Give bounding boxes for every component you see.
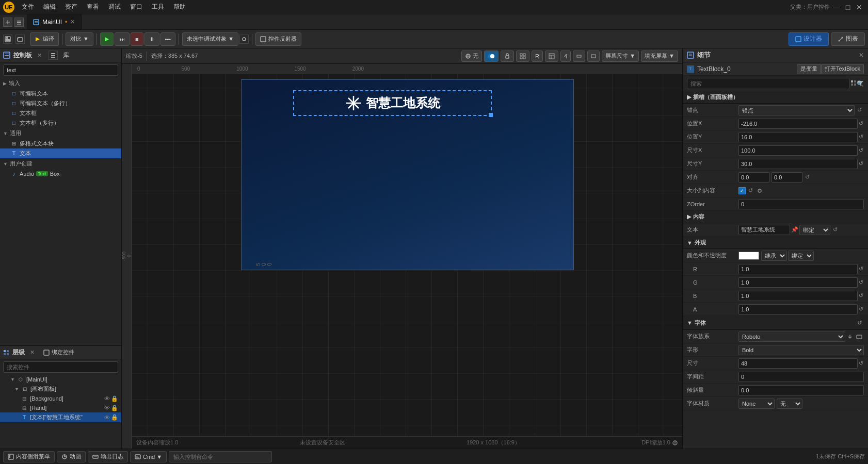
bind-widget-button[interactable]: 绑定控件 [43,349,74,356]
lib-tab-label[interactable]: 库 [63,51,69,60]
screen-size-button[interactable]: 屏幕尺寸 ▼ [602,51,639,62]
posY-input[interactable] [738,132,858,142]
menu-debug[interactable]: 调试 [104,2,125,12]
posX-input[interactable] [738,119,858,129]
item-text[interactable]: T 文本 [0,148,121,158]
font-size-reset[interactable]: ↺ [858,359,864,368]
text-bind-select[interactable]: 绑定 [799,225,830,235]
anchor-reset[interactable]: ↺ [855,106,864,115]
hierarchy-background[interactable]: ⊟ [Background] 👁 🔒 [0,394,121,403]
details-view-toggle[interactable] [850,80,857,88]
fill-screen-button[interactable]: 填充屏幕 ▼ [641,51,678,62]
item-rich-text[interactable]: ⊞ 多格式文本块 [0,139,121,148]
color-bind-select[interactable]: 绑定 [788,251,814,261]
section-user[interactable]: ▼ 用户创建 [0,158,121,169]
text-content-input[interactable] [738,225,790,235]
sizeX-input[interactable] [738,145,858,156]
is-variable-button[interactable]: 是变量 [797,64,821,74]
font-reset[interactable]: ↺ [855,318,864,327]
compare-button[interactable]: 对比 ▼ [66,32,93,46]
toggle-button[interactable] [484,51,499,62]
b-reset[interactable]: ↺ [858,291,864,301]
a-reset[interactable]: ↺ [858,305,864,314]
lib-tab-button[interactable] [49,51,58,60]
letter-spacing-input[interactable] [738,372,864,382]
menu-edit[interactable]: 编辑 [39,2,60,12]
open-icon[interactable] [15,35,25,44]
r-input[interactable] [738,264,858,274]
pause-button[interactable]: ⏸ [144,32,159,46]
maximize-button[interactable]: □ [843,3,853,12]
g-input[interactable] [738,277,858,288]
sizeX-reset[interactable]: ↺ [858,146,864,155]
text-pin[interactable]: 📌 [790,225,799,235]
new-tab-icon[interactable] [3,18,12,27]
alignY-input[interactable] [771,172,802,183]
align-reset[interactable]: ↺ [802,173,812,182]
hand-lock-icon[interactable]: 🔒 [111,405,118,411]
open-tab-icon[interactable] [14,18,24,27]
table-view-button[interactable] [545,51,558,62]
b-input[interactable] [738,291,858,301]
minimize-button[interactable]: — [832,3,841,12]
hand-eye-icon[interactable]: 👁 [104,405,110,411]
section-content[interactable]: ▶ 内容 [683,211,868,223]
more-button[interactable]: ••• [160,32,176,46]
section-slot[interactable]: ▶ 插槽（画面板槽） [683,91,868,104]
g-reset[interactable]: ↺ [858,278,864,287]
debug-icon[interactable] [239,35,249,44]
menu-tools[interactable]: 工具 [148,2,168,12]
zorder-input[interactable] [738,199,864,209]
section-common[interactable]: ▼ 通用 [0,128,121,139]
graph-button[interactable]: 图表 [831,32,865,46]
details-close-x[interactable]: ✕ [859,52,864,59]
color-inherit-select[interactable]: 继承 [761,251,787,261]
menu-view[interactable]: 查看 [83,2,103,12]
hierarchy-search-input[interactable] [3,361,118,373]
size-content-bind[interactable] [755,186,764,195]
cmd-button[interactable]: Cmd ▼ [130,451,167,462]
menu-window[interactable]: 窗口 [126,2,147,12]
details-close-button[interactable]: ✕ [859,52,864,59]
font-family-select[interactable]: Roboto [738,332,845,342]
palette-close-button[interactable]: ✕ [35,51,43,59]
text-reset[interactable]: ↺ [830,225,840,235]
sizeY-input[interactable] [738,159,858,169]
content-browser-button[interactable]: 内容侧滑菜单 [3,451,55,462]
item-audio-text-box[interactable]: ♪ Audio Text Box [0,169,121,178]
lock-button[interactable] [501,51,514,62]
pixel-count[interactable]: 4 [560,51,571,62]
sizeY-reset[interactable]: ↺ [858,159,864,169]
font-family-folder[interactable] [855,332,864,341]
bg-eye-icon[interactable]: 👁 [104,395,110,402]
posY-reset[interactable]: ↺ [858,132,864,142]
animation-button[interactable]: 动画 [57,451,86,462]
item-editable-text[interactable]: □ 可编辑文本 [0,89,121,98]
bg-lock-icon[interactable]: 🔒 [111,395,118,402]
details-search-input[interactable] [687,78,849,89]
play-button[interactable]: ▶ [100,32,114,46]
font-size-input[interactable] [738,358,858,369]
resize-handle[interactable] [489,113,493,117]
section-appearance[interactable]: ▼ 外观 [683,237,868,249]
scale-btn1[interactable] [573,51,585,62]
size-content-reset[interactable]: ↺ [746,186,755,195]
font-family-load[interactable] [845,332,855,341]
save-icon[interactable] [3,35,12,44]
grid-button[interactable] [516,51,529,62]
console-input[interactable] [173,454,267,460]
hierarchy-root[interactable]: ▼ ⬡ [MainUI] [0,375,121,384]
step-button[interactable]: ⏭ [115,32,130,46]
reflect-button[interactable]: 控件反射器 [255,32,301,46]
color-preview[interactable] [738,252,759,260]
anchor-select[interactable]: 锚点 [738,105,855,115]
section-input[interactable]: ▶ 输入 [0,78,121,89]
text-widget-selection[interactable]: 智慧工地系统 [293,90,492,116]
stop-button[interactable]: ■ [131,32,143,46]
close-button[interactable]: ✕ [855,3,864,12]
item-text-box-multi[interactable]: □ 文本框（多行） [0,118,121,128]
hierarchy-canvas[interactable]: ▼ ⊡ [画布面板] [0,384,121,394]
dpi-button[interactable]: DPI缩放1.0 [641,439,678,446]
item-editable-text-multi[interactable]: □ 可编辑文本（多行） [0,98,121,108]
r-reset[interactable]: ↺ [858,264,864,274]
